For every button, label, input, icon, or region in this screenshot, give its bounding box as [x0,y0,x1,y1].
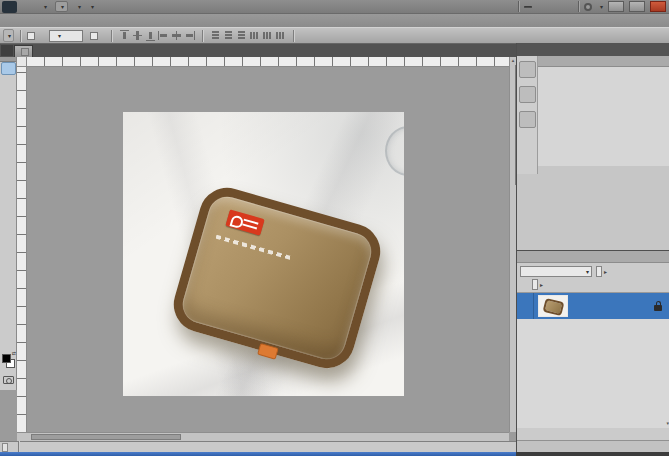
lasso-tool[interactable] [1,88,16,101]
quick-mask-button[interactable] [3,376,14,384]
divider [293,30,294,42]
thumbnail-bag [543,298,565,316]
collapsed-panel-column [517,56,538,174]
brush-panel-icon[interactable] [519,61,536,78]
opacity-spinner-icon[interactable]: ▸ [604,268,607,275]
workspace-button-3[interactable] [548,6,556,8]
move-tool[interactable] [1,62,16,75]
visibility-cell[interactable] [517,293,534,319]
cs-live-button[interactable]: ▾ [584,3,603,11]
vertical-ruler[interactable] [17,67,27,432]
screen-mode-icon[interactable]: ▾ [89,1,94,13]
distribute-bottom-edges-icon[interactable] [236,30,247,41]
taskbar-edge [0,452,516,456]
horizontal-scrollbar[interactable] [17,432,509,441]
align-right-edges-icon[interactable] [184,30,195,41]
divider [202,30,203,42]
history-brush-tool[interactable] [1,179,16,192]
panel-menu-icon[interactable] [664,56,669,66]
clone-stamp-tool[interactable] [1,166,16,179]
panel-menu-icon[interactable] [664,251,669,262]
show-transform-checkbox[interactable] [90,32,98,40]
distribute-top-edges-icon[interactable] [210,30,221,41]
current-tool-preset[interactable]: ▾ [3,29,14,42]
chevron-down-icon: ▾ [8,32,11,39]
3d-object-rotate-tool[interactable] [1,296,16,309]
opacity-value[interactable] [596,266,602,277]
divider [578,1,579,12]
tab-strip-icon[interactable] [1,45,13,56]
bag-bottom-tag [257,343,279,360]
auto-select-dropdown[interactable]: ▾ [49,30,83,42]
crop-tool[interactable] [1,114,16,127]
spot-healing-brush-tool[interactable] [1,140,16,153]
align-vertical-centers-icon[interactable] [132,30,143,41]
layer-row-background[interactable] [517,293,669,319]
brush-tool[interactable] [1,153,16,166]
path-selection-tool[interactable] [1,270,16,283]
workspace-button-4[interactable] [560,6,568,8]
ps-logo[interactable] [2,1,17,13]
distribute-left-edges-icon[interactable] [249,30,260,41]
quick-selection-tool[interactable] [1,101,16,114]
close-tab-icon[interactable] [21,48,29,56]
arrange-documents-icon[interactable]: ▾ [76,1,81,13]
layers-panel-controls: ▾ ▸ ▸ [517,263,669,293]
auto-select-checkbox[interactable] [27,32,35,40]
blend-mode-dropdown[interactable]: ▾ [520,266,592,277]
align-bottom-edges-icon[interactable] [145,30,156,41]
3d-camera-rotate-tool[interactable] [1,309,16,322]
character-panel-icon[interactable] [519,111,536,128]
chevron-down-icon: ▾ [61,3,64,10]
layer-thumbnail[interactable] [538,295,568,317]
hand-tool[interactable] [1,322,16,335]
divider [111,30,112,42]
workspace-button-1[interactable] [524,6,532,8]
close-button[interactable] [650,1,666,12]
canvas-image[interactable] [123,112,404,396]
vertical-scrollbar[interactable]: ▴ [509,57,516,432]
options-bar: ▾ ▾ [0,27,669,44]
foreground-color-swatch[interactable] [2,354,11,363]
chevron-down-icon: ▾ [91,3,94,10]
horizontal-ruler[interactable] [27,57,509,67]
rectangular-marquee-tool[interactable] [1,75,16,88]
fill-value[interactable] [532,279,538,290]
zoom-tool[interactable] [1,335,16,348]
fill-spinner-icon[interactable]: ▸ [540,281,543,288]
product-bag [167,181,387,375]
distribute-horizontal-centers-icon[interactable] [262,30,273,41]
dock-header[interactable] [517,43,669,56]
scrollbar-thumb[interactable] [31,434,181,440]
blur-tool[interactable] [1,218,16,231]
chevron-down-icon: ▾ [44,3,47,10]
dodge-tool[interactable] [1,231,16,244]
view-extras-icon[interactable]: ▾ [42,1,47,13]
eraser-tool[interactable] [1,192,16,205]
align-top-edges-icon[interactable] [119,30,130,41]
clone-source-panel-icon[interactable] [519,86,536,103]
distribute-vertical-centers-icon[interactable] [223,30,234,41]
workspace-button-2[interactable] [536,6,544,8]
tools-panel: ⇄ [0,57,17,390]
distribute-right-edges-icon[interactable] [275,30,286,41]
type-tool[interactable] [1,257,16,270]
gradient-tool[interactable] [1,205,16,218]
shape-tool[interactable] [1,283,16,296]
application-bar: ▾▾▾▾ ▾ [0,0,669,14]
chevron-down-icon: ▾ [600,3,603,10]
align-left-edges-icon[interactable] [158,30,169,41]
canvas-viewport[interactable] [27,67,509,432]
cs-live-icon [584,3,592,11]
document-tab[interactable] [14,45,33,57]
pen-tool[interactable] [1,244,16,257]
minimize-button[interactable] [608,1,624,12]
zoom-level-control[interactable]: ▾ [55,1,68,12]
color-wells: ⇄ [0,350,17,372]
swap-colors-icon[interactable]: ⇄ [12,350,16,356]
layer-list: ▾ [517,293,669,428]
maximize-button[interactable] [629,1,645,12]
align-horizontal-centers-icon[interactable] [171,30,182,41]
zoom-percentage-field[interactable] [2,443,8,452]
eyedropper-tool[interactable] [1,127,16,140]
